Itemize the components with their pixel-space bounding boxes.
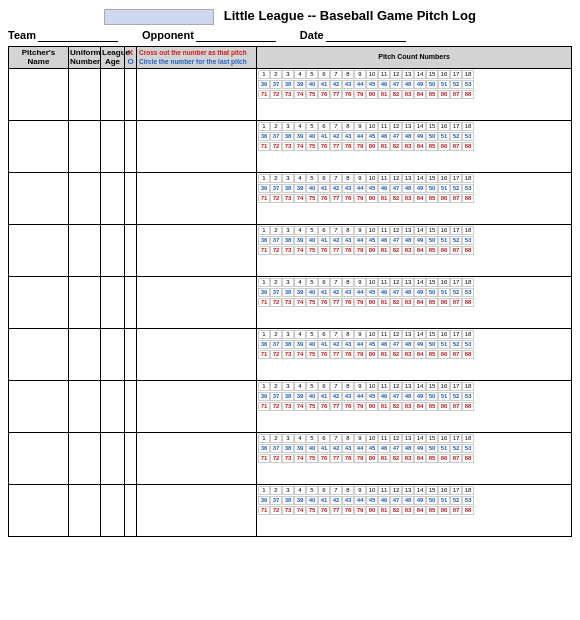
pitch-number-53[interactable]: 53	[462, 392, 474, 401]
pitch-number-3[interactable]: 3	[282, 122, 294, 131]
pitch-number-37[interactable]: 37	[270, 392, 282, 401]
pitch-number-87[interactable]: 87	[450, 454, 462, 463]
pitch-number-41[interactable]: 41	[318, 444, 330, 453]
pitch-number-13[interactable]: 13	[402, 382, 414, 391]
pitch-number-14[interactable]: 14	[414, 278, 426, 287]
pitch-number-72[interactable]: 72	[270, 194, 282, 203]
pitch-number-9[interactable]: 9	[354, 434, 366, 443]
pitch-number-51[interactable]: 51	[438, 392, 450, 401]
pitch-number-42[interactable]: 42	[330, 340, 342, 349]
pitch-number-8[interactable]: 8	[342, 434, 354, 443]
pitch-number-88[interactable]: 88	[462, 142, 474, 151]
pitch-number-37[interactable]: 37	[270, 288, 282, 297]
pitch-number-51[interactable]: 51	[438, 496, 450, 505]
pitch-number-12[interactable]: 12	[390, 70, 402, 79]
team-input[interactable]	[38, 29, 118, 42]
pitch-number-1[interactable]: 1	[258, 382, 270, 391]
pitch-number-84[interactable]: 84	[414, 194, 426, 203]
pitch-number-72[interactable]: 72	[270, 246, 282, 255]
pitch-number-48[interactable]: 48	[402, 444, 414, 453]
pitch-number-78[interactable]: 78	[342, 246, 354, 255]
pitch-number-12[interactable]: 12	[390, 122, 402, 131]
pitch-number-12[interactable]: 12	[390, 174, 402, 183]
pitch-number-44[interactable]: 44	[354, 184, 366, 193]
pitch-number-74[interactable]: 74	[294, 350, 306, 359]
league-age-cell[interactable]	[101, 120, 125, 172]
pitch-number-48[interactable]: 48	[402, 392, 414, 401]
pitch-number-49[interactable]: 49	[414, 132, 426, 141]
pitch-number-1[interactable]: 1	[258, 434, 270, 443]
pitch-number-16[interactable]: 16	[438, 330, 450, 339]
pitch-number-85[interactable]: 85	[426, 298, 438, 307]
pitch-number-37[interactable]: 37	[270, 236, 282, 245]
pitch-number-40[interactable]: 40	[306, 184, 318, 193]
pitch-number-49[interactable]: 49	[414, 340, 426, 349]
pitch-number-81[interactable]: 81	[378, 246, 390, 255]
pitch-number-36[interactable]: 36	[258, 184, 270, 193]
pitch-number-4[interactable]: 4	[294, 278, 306, 287]
pitch-number-16[interactable]: 16	[438, 122, 450, 131]
pitch-number-76[interactable]: 76	[318, 142, 330, 151]
pitch-number-10[interactable]: 10	[366, 382, 378, 391]
pitch-number-78[interactable]: 78	[342, 350, 354, 359]
pitch-number-38[interactable]: 38	[282, 184, 294, 193]
pitcher-name-cell[interactable]	[9, 328, 69, 380]
pitch-number-87[interactable]: 87	[450, 298, 462, 307]
pitch-number-87[interactable]: 87	[450, 506, 462, 515]
date-input[interactable]	[326, 29, 406, 42]
pitch-number-36[interactable]: 36	[258, 288, 270, 297]
pitch-number-52[interactable]: 52	[450, 288, 462, 297]
pitch-number-6[interactable]: 6	[318, 226, 330, 235]
pitch-number-74[interactable]: 74	[294, 506, 306, 515]
pitch-number-46[interactable]: 46	[378, 444, 390, 453]
pitch-number-9[interactable]: 9	[354, 382, 366, 391]
pitch-number-8[interactable]: 8	[342, 174, 354, 183]
pitch-number-86[interactable]: 86	[438, 350, 450, 359]
pitch-number-84[interactable]: 84	[414, 350, 426, 359]
pitch-number-3[interactable]: 3	[282, 330, 294, 339]
pitch-number-5[interactable]: 5	[306, 486, 318, 495]
pitch-number-11[interactable]: 11	[378, 486, 390, 495]
pitch-number-16[interactable]: 16	[438, 278, 450, 287]
pitch-number-12[interactable]: 12	[390, 434, 402, 443]
pitch-number-2[interactable]: 2	[270, 382, 282, 391]
pitch-number-84[interactable]: 84	[414, 246, 426, 255]
pitch-number-48[interactable]: 48	[402, 288, 414, 297]
pitch-number-72[interactable]: 72	[270, 506, 282, 515]
uniform-number-cell[interactable]	[69, 328, 101, 380]
pitch-number-86[interactable]: 86	[438, 506, 450, 515]
pitch-number-15[interactable]: 15	[426, 330, 438, 339]
pitch-number-47[interactable]: 47	[390, 80, 402, 89]
pitch-number-49[interactable]: 49	[414, 392, 426, 401]
pitch-number-39[interactable]: 39	[294, 496, 306, 505]
pitch-number-10[interactable]: 10	[366, 434, 378, 443]
pitch-number-80[interactable]: 80	[366, 350, 378, 359]
pitch-number-43[interactable]: 43	[342, 236, 354, 245]
pitch-number-13[interactable]: 13	[402, 330, 414, 339]
pitch-number-18[interactable]: 18	[462, 382, 474, 391]
pitch-number-18[interactable]: 18	[462, 70, 474, 79]
pitch-number-75[interactable]: 75	[306, 90, 318, 99]
opponent-input[interactable]	[196, 29, 276, 42]
pitch-number-46[interactable]: 46	[378, 340, 390, 349]
pitch-number-4[interactable]: 4	[294, 226, 306, 235]
pitch-number-9[interactable]: 9	[354, 278, 366, 287]
pitch-number-80[interactable]: 80	[366, 142, 378, 151]
pitch-number-75[interactable]: 75	[306, 298, 318, 307]
pitch-number-39[interactable]: 39	[294, 132, 306, 141]
pitch-number-83[interactable]: 83	[402, 506, 414, 515]
pitch-number-37[interactable]: 37	[270, 80, 282, 89]
pitch-number-43[interactable]: 43	[342, 184, 354, 193]
pitch-number-42[interactable]: 42	[330, 392, 342, 401]
pitch-number-82[interactable]: 82	[390, 142, 402, 151]
pitch-number-82[interactable]: 82	[390, 454, 402, 463]
pitch-number-14[interactable]: 14	[414, 226, 426, 235]
pitch-number-17[interactable]: 17	[450, 382, 462, 391]
pitch-number-47[interactable]: 47	[390, 496, 402, 505]
pitch-number-75[interactable]: 75	[306, 194, 318, 203]
pitch-number-38[interactable]: 38	[282, 288, 294, 297]
uniform-number-cell[interactable]	[69, 484, 101, 536]
pitch-number-7[interactable]: 7	[330, 278, 342, 287]
pitch-number-8[interactable]: 8	[342, 486, 354, 495]
pitch-number-16[interactable]: 16	[438, 382, 450, 391]
